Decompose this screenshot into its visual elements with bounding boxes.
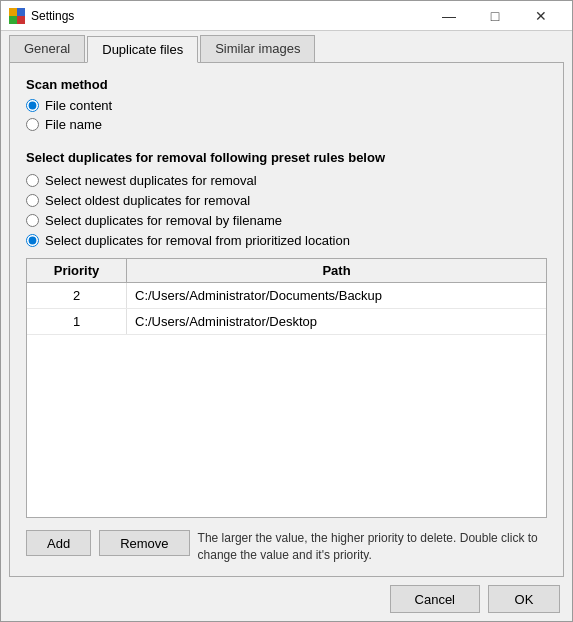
tab-general[interactable]: General xyxy=(9,35,85,62)
row2-priority: 1 xyxy=(27,309,127,334)
scan-method-group: File content File name xyxy=(26,98,547,132)
svg-rect-1 xyxy=(17,8,25,16)
removal-rule-prioritized[interactable]: Select duplicates for removal from prior… xyxy=(26,233,547,248)
removal-rule-filename[interactable]: Select duplicates for removal by filenam… xyxy=(26,213,547,228)
removal-rule-newest-label: Select newest duplicates for removal xyxy=(45,173,257,188)
removal-section: Select duplicates for removal following … xyxy=(26,150,547,258)
scan-method-file-content-radio[interactable] xyxy=(26,99,39,112)
removal-rule-newest-radio[interactable] xyxy=(26,174,39,187)
col-priority: Priority xyxy=(27,259,127,282)
table-header: Priority Path xyxy=(27,259,546,283)
table-row[interactable]: 1 C:/Users/Administrator/Desktop xyxy=(27,309,546,335)
scan-method-file-name-label: File name xyxy=(45,117,102,132)
table-row[interactable]: 2 C:/Users/Administrator/Documents/Backu… xyxy=(27,283,546,309)
ok-button[interactable]: OK xyxy=(488,585,560,613)
removal-rule-oldest-label: Select oldest duplicates for removal xyxy=(45,193,250,208)
row1-path: C:/Users/Administrator/Documents/Backup xyxy=(127,283,546,308)
minimize-button[interactable]: — xyxy=(426,1,472,31)
close-button[interactable]: ✕ xyxy=(518,1,564,31)
removal-rule-oldest-radio[interactable] xyxy=(26,194,39,207)
svg-rect-2 xyxy=(9,16,17,24)
row1-priority: 2 xyxy=(27,283,127,308)
remove-button[interactable]: Remove xyxy=(99,530,189,556)
bottom-buttons-row: Add Remove The larger the value, the hig… xyxy=(26,530,547,564)
tabs-bar: General Duplicate files Similar images xyxy=(1,31,572,62)
removal-section-label: Select duplicates for removal following … xyxy=(26,150,547,165)
removal-rule-filename-label: Select duplicates for removal by filenam… xyxy=(45,213,282,228)
scan-method-file-content[interactable]: File content xyxy=(26,98,547,113)
window-title: Settings xyxy=(31,9,426,23)
scan-method-file-name[interactable]: File name xyxy=(26,117,547,132)
removal-rule-newest[interactable]: Select newest duplicates for removal xyxy=(26,173,547,188)
settings-window: Settings — □ ✕ General Duplicate files S… xyxy=(0,0,573,622)
tab-content: Scan method File content File name Selec… xyxy=(9,62,564,577)
maximize-button[interactable]: □ xyxy=(472,1,518,31)
hint-text: The larger the value, the higher priorit… xyxy=(198,530,547,564)
svg-rect-0 xyxy=(9,8,17,16)
tab-duplicate-files[interactable]: Duplicate files xyxy=(87,36,198,63)
priority-table: Priority Path 2 C:/Users/Administrator/D… xyxy=(26,258,547,518)
window-controls: — □ ✕ xyxy=(426,1,564,31)
scan-method-file-content-label: File content xyxy=(45,98,112,113)
removal-rule-prioritized-label: Select duplicates for removal from prior… xyxy=(45,233,350,248)
scan-method-file-name-radio[interactable] xyxy=(26,118,39,131)
removal-rules-group: Select newest duplicates for removal Sel… xyxy=(26,173,547,248)
title-bar: Settings — □ ✕ xyxy=(1,1,572,31)
tab-similar-images[interactable]: Similar images xyxy=(200,35,315,62)
removal-rule-prioritized-radio[interactable] xyxy=(26,234,39,247)
removal-rule-filename-radio[interactable] xyxy=(26,214,39,227)
footer-bar: Cancel OK xyxy=(1,577,572,621)
scan-method-label: Scan method xyxy=(26,77,547,92)
svg-rect-3 xyxy=(17,16,25,24)
col-path: Path xyxy=(127,259,546,282)
removal-rule-oldest[interactable]: Select oldest duplicates for removal xyxy=(26,193,547,208)
add-button[interactable]: Add xyxy=(26,530,91,556)
cancel-button[interactable]: Cancel xyxy=(390,585,480,613)
app-icon xyxy=(9,8,25,24)
row2-path: C:/Users/Administrator/Desktop xyxy=(127,309,546,334)
